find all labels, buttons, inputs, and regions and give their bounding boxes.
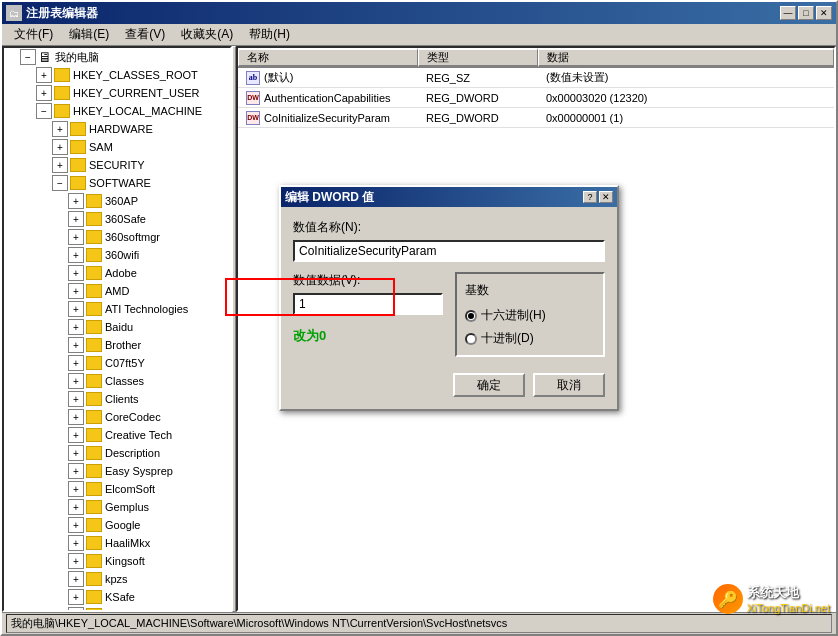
radio-dec-circle[interactable] — [465, 333, 477, 345]
tree-node-kingsoft[interactable]: + Kingsoft — [4, 552, 230, 570]
expander[interactable]: + — [68, 265, 84, 281]
tree-node-creative-tech[interactable]: + Creative Tech — [4, 426, 230, 444]
header-name[interactable]: 名称 — [238, 48, 418, 67]
tree-node-easy-sysprep[interactable]: + Easy Sysprep — [4, 462, 230, 480]
expander[interactable]: + — [68, 463, 84, 479]
tree-node-ksafe[interactable]: + KSafe — [4, 588, 230, 606]
tree-node-classes-root[interactable]: + HKEY_CLASSES_ROOT — [4, 66, 230, 84]
expander[interactable]: + — [68, 481, 84, 497]
expander[interactable]: + — [68, 247, 84, 263]
expander[interactable]: + — [68, 445, 84, 461]
expander[interactable]: + — [68, 301, 84, 317]
expander[interactable]: + — [36, 85, 52, 101]
header-type[interactable]: 类型 — [418, 48, 538, 67]
folder-icon — [86, 518, 102, 532]
tree-node-360safe[interactable]: + 360Safe — [4, 210, 230, 228]
tree-node-baidu[interactable]: + Baidu — [4, 318, 230, 336]
expander[interactable]: + — [68, 229, 84, 245]
radio-dec-item[interactable]: 十进制(D) — [465, 330, 595, 347]
tree-node-software[interactable]: − SOFTWARE — [4, 174, 230, 192]
expander[interactable]: + — [52, 139, 68, 155]
tree-node-360wifi[interactable]: + 360wifi — [4, 246, 230, 264]
tree-node-corecodec[interactable]: + CoreCodec — [4, 408, 230, 426]
expander[interactable]: + — [68, 571, 84, 587]
expander[interactable]: + — [68, 211, 84, 227]
tree-node-sam[interactable]: + SAM — [4, 138, 230, 156]
expander[interactable]: + — [52, 157, 68, 173]
tree-node-elcomsoft[interactable]: + ElcomSoft — [4, 480, 230, 498]
expander[interactable]: + — [36, 67, 52, 83]
ok-button[interactable]: 确定 — [453, 373, 525, 397]
folder-icon — [86, 554, 102, 568]
menu-view[interactable]: 查看(V) — [117, 24, 173, 45]
tree-node-security[interactable]: + SECURITY — [4, 156, 230, 174]
tree-node-360ap[interactable]: + 360AP — [4, 192, 230, 210]
expander[interactable]: + — [68, 499, 84, 515]
tree-label: Brother — [105, 339, 141, 351]
expander[interactable]: − — [36, 103, 52, 119]
expander[interactable]: + — [68, 607, 84, 612]
expander[interactable]: + — [68, 355, 84, 371]
tree-node-current-user[interactable]: + HKEY_CURRENT_USER — [4, 84, 230, 102]
radio-hex-circle[interactable] — [465, 310, 477, 322]
tree-node-kpzs[interactable]: + kpzs — [4, 570, 230, 588]
close-button[interactable]: ✕ — [816, 6, 832, 20]
expander[interactable]: + — [68, 553, 84, 569]
minimize-button[interactable]: — — [780, 6, 796, 20]
tree-node-hardware[interactable]: + HARDWARE — [4, 120, 230, 138]
menu-edit[interactable]: 编辑(E) — [61, 24, 117, 45]
expander[interactable]: + — [68, 409, 84, 425]
tree-node-gemplus[interactable]: + Gemplus — [4, 498, 230, 516]
expander[interactable]: + — [52, 121, 68, 137]
tree-node-ati[interactable]: + ATI Technologies — [4, 300, 230, 318]
tree-node-classes[interactable]: + Classes — [4, 372, 230, 390]
list-item[interactable]: ab (默认) REG_SZ (数值未设置) — [238, 68, 834, 88]
folder-icon — [86, 248, 102, 262]
expander-mycomputer[interactable]: − — [20, 49, 36, 65]
registry-tree[interactable]: − 🖥 我的电脑 + HKEY_CLASSES_ROOT + HKEY_CURR… — [2, 46, 232, 612]
cell-data: 0x00003020 (12320) — [538, 90, 834, 106]
expander[interactable]: + — [68, 589, 84, 605]
expander[interactable]: + — [68, 193, 84, 209]
expander[interactable]: + — [68, 517, 84, 533]
folder-icon — [70, 176, 86, 190]
list-header: 名称 类型 数据 — [238, 48, 834, 68]
expander[interactable]: + — [68, 319, 84, 335]
tree-node-kugou8[interactable]: + kugou8 — [4, 606, 230, 612]
tree-node-description[interactable]: + Description — [4, 444, 230, 462]
expander[interactable]: + — [68, 535, 84, 551]
field-name-input[interactable] — [293, 240, 605, 262]
tree-node-amd[interactable]: + AMD — [4, 282, 230, 300]
header-data[interactable]: 数据 — [538, 48, 834, 67]
tree-node-local-machine[interactable]: − HKEY_LOCAL_MACHINE — [4, 102, 230, 120]
tree-node-brother[interactable]: + Brother — [4, 336, 230, 354]
tree-node-clients[interactable]: + Clients — [4, 390, 230, 408]
expander[interactable]: + — [68, 283, 84, 299]
tree-node-google[interactable]: + Google — [4, 516, 230, 534]
tree-node-adobe[interactable]: + Adobe — [4, 264, 230, 282]
tree-node-c07ft5y[interactable]: + C07ft5Y — [4, 354, 230, 372]
tree-label: HaaliMkx — [105, 537, 150, 549]
expander[interactable]: − — [52, 175, 68, 191]
list-item[interactable]: DW AuthenticationCapabilities REG_DWORD … — [238, 88, 834, 108]
watermark-line1: 系统天地 — [747, 584, 799, 602]
dialog-close-button[interactable]: ✕ — [599, 191, 613, 203]
expander[interactable]: + — [68, 427, 84, 443]
menu-help[interactable]: 帮助(H) — [241, 24, 298, 45]
radio-hex-item[interactable]: 十六进制(H) — [465, 307, 595, 324]
expander[interactable]: + — [68, 373, 84, 389]
cancel-button[interactable]: 取消 — [533, 373, 605, 397]
dialog-help-button[interactable]: ? — [583, 191, 597, 203]
folder-icon — [86, 590, 102, 604]
tree-label: Google — [105, 519, 140, 531]
tree-node-haalimkx[interactable]: + HaaliMkx — [4, 534, 230, 552]
menu-file[interactable]: 文件(F) — [6, 24, 61, 45]
field-data-input[interactable] — [293, 293, 443, 315]
tree-node-mycomputer[interactable]: − 🖥 我的电脑 — [4, 48, 230, 66]
expander[interactable]: + — [68, 391, 84, 407]
tree-node-360softmgr[interactable]: + 360softmgr — [4, 228, 230, 246]
expander[interactable]: + — [68, 337, 84, 353]
list-item[interactable]: DW CoInitializeSecurityParam REG_DWORD 0… — [238, 108, 834, 128]
maximize-button[interactable]: □ — [798, 6, 814, 20]
menu-favorites[interactable]: 收藏夹(A) — [173, 24, 241, 45]
